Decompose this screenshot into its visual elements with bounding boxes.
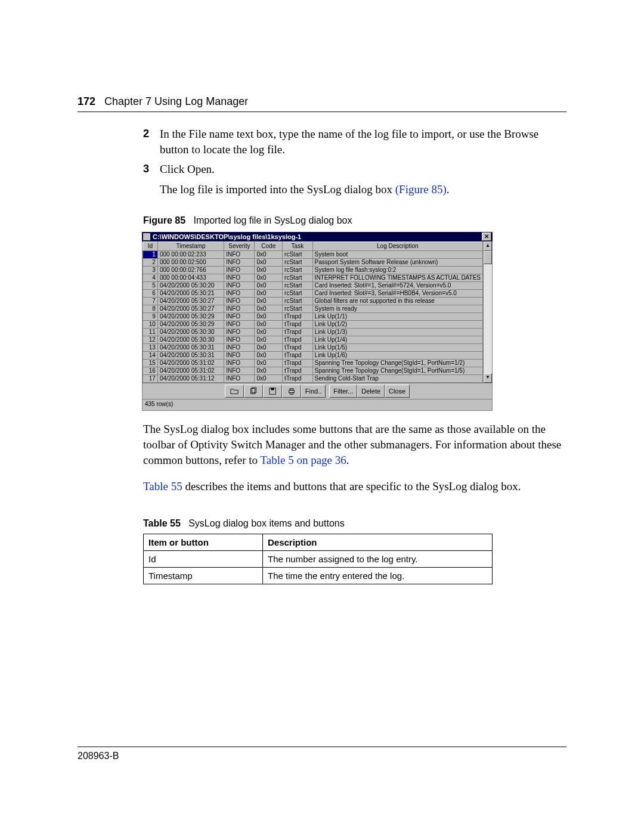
figure-caption-text: Imported log file in SysLog dialog box (193, 215, 352, 225)
svg-rect-4 (289, 390, 294, 392)
cell-description: The number assigned to the log entry. (263, 551, 493, 568)
figure-85-link[interactable]: (Figure 85) (395, 183, 447, 196)
col-code[interactable]: Code (255, 241, 283, 250)
scroll-track[interactable] (484, 251, 492, 373)
table-row[interactable]: 804/20/2000 05:30:27INFO0x0rcStartSystem… (143, 305, 483, 312)
cell-severity: INFO (224, 305, 255, 312)
cell-description: Global filters are not supported in this… (312, 297, 482, 305)
page-footer: 208963-B (78, 747, 566, 761)
cell-severity: INFO (224, 336, 255, 343)
cell-task: tTrapd (283, 374, 313, 382)
cell-severity: INFO (224, 266, 255, 274)
cell-severity: INFO (224, 258, 255, 266)
cell-description: Card Inserted: Slot#=3, Serial#=HB0B4, V… (312, 289, 482, 297)
cell-task: tTrapd (283, 312, 313, 320)
table-5-link[interactable]: Table 5 on page 36 (260, 454, 346, 466)
table-row[interactable]: 1604/20/2000 05:31:02INFO0x0tTrapdSpanni… (143, 367, 483, 374)
table-row[interactable]: 2000 00:00:02:500INFO0x0rcStartPassport … (143, 258, 483, 266)
filter-button[interactable]: Filter... (329, 385, 357, 398)
cell-severity: INFO (224, 320, 255, 328)
cell-task: rcStart (283, 305, 313, 312)
table-55-link[interactable]: Table 55 (143, 480, 182, 493)
cell-task: tTrapd (283, 320, 313, 328)
scroll-up-icon[interactable]: ▲ (484, 241, 492, 251)
table-row[interactable]: 1104/20/2000 05:30:30INFO0x0tTrapdLink U… (143, 328, 483, 336)
para1-pre: The SysLog dialog box includes some butt… (143, 423, 561, 466)
cell-timestamp: 000 00:00:04:433 (157, 274, 224, 281)
cell-item: Id (144, 551, 263, 568)
step-text-2: In the File name text box, type the name… (160, 126, 566, 157)
scroll-down-icon[interactable]: ▼ (484, 373, 492, 383)
save-button[interactable] (263, 385, 282, 398)
scroll-thumb[interactable] (484, 251, 492, 264)
cell-task: tTrapd (283, 359, 313, 367)
cell-code: 0x0 (255, 336, 283, 343)
table-row[interactable]: 1704/20/2000 05:31:12INFO0x0tTrapdSendin… (143, 374, 483, 382)
cell-code: 0x0 (255, 281, 283, 289)
cell-code: 0x0 (255, 351, 283, 359)
cell-timestamp: 04/20/2000 05:30:27 (157, 297, 224, 305)
col-severity[interactable]: Severity (224, 241, 255, 250)
table-row[interactable]: 1000 00:00:02:233INFO0x0rcStartSystem bo… (143, 250, 483, 258)
cell-description: System log file flash:syslog:0:2 (312, 266, 482, 274)
close-icon[interactable]: ✕ (482, 233, 491, 241)
cell-timestamp: 000 00:00:02:766 (157, 266, 224, 274)
cell-id: 11 (143, 328, 158, 336)
print-icon (287, 387, 296, 395)
table-row[interactable]: 1004/20/2000 05:30:29INFO0x0tTrapdLink U… (143, 320, 483, 328)
close-button[interactable]: Close (385, 385, 410, 398)
find-button[interactable]: Find.. (301, 385, 326, 398)
svg-rect-5 (290, 388, 293, 390)
window-titlebar[interactable]: C:\WINDOWS\DESKTOP\syslog files\1ksyslog… (142, 232, 493, 241)
table-row[interactable]: 1404/20/2000 05:30:31INFO0x0tTrapdLink U… (143, 351, 483, 359)
table-row[interactable]: 1304/20/2000 05:30:31INFO0x0tTrapdLink U… (143, 343, 483, 351)
table-row[interactable]: 704/20/2000 05:30:27INFO0x0rcStartGlobal… (143, 297, 483, 305)
cell-id: 2 (143, 258, 158, 266)
print-button[interactable] (282, 385, 301, 398)
table-label: Table 55 (143, 518, 181, 528)
open-folder-button[interactable] (225, 385, 244, 398)
svg-rect-6 (290, 392, 293, 394)
cell-timestamp: 000 00:00:02:233 (157, 250, 224, 258)
cell-item: Timestamp (144, 568, 263, 584)
window-icon (143, 233, 150, 240)
cell-id: 9 (143, 312, 158, 320)
cell-description: Card Inserted: Slot#=1, Serial#=5724, Ve… (312, 281, 482, 289)
table-header-row[interactable]: Id Timestamp Severity Code Task Log Desc… (143, 241, 483, 250)
col-description[interactable]: Log Description (312, 241, 482, 250)
delete-button[interactable]: Delete (357, 385, 385, 398)
table-row[interactable]: 1504/20/2000 05:31:02INFO0x0tTrapdSpanni… (143, 359, 483, 367)
cell-code: 0x0 (255, 359, 283, 367)
table-row[interactable]: 904/20/2000 05:30:29INFO0x0tTrapdLink Up… (143, 312, 483, 320)
log-table[interactable]: Id Timestamp Severity Code Task Log Desc… (143, 241, 483, 383)
table-row[interactable]: 604/20/2000 05:30:21INFO0x0rcStartCard I… (143, 289, 483, 297)
vertical-scrollbar[interactable]: ▲ ▼ (483, 241, 492, 383)
desc-header-item: Item or button (144, 534, 263, 551)
cell-task: tTrapd (283, 343, 313, 351)
table-row[interactable]: 1204/20/2000 05:30:30INFO0x0tTrapdLink U… (143, 336, 483, 343)
col-task[interactable]: Task (283, 241, 313, 250)
col-timestamp[interactable]: Timestamp (157, 241, 224, 250)
cell-timestamp: 04/20/2000 05:31:02 (157, 359, 224, 367)
table-row[interactable]: 4000 00:00:04:433INFO0x0rcStartINTERPRET… (143, 274, 483, 281)
cell-id: 16 (143, 367, 158, 374)
table-row[interactable]: 3000 00:00:02:766INFO0x0rcStartSystem lo… (143, 266, 483, 274)
cell-code: 0x0 (255, 266, 283, 274)
cell-severity: INFO (224, 367, 255, 374)
cell-timestamp: 04/20/2000 05:30:27 (157, 305, 224, 312)
cell-timestamp: 04/20/2000 05:30:29 (157, 312, 224, 320)
save-icon (268, 387, 277, 395)
page-header: 172 Chapter 7 Using Log Manager (78, 95, 566, 112)
col-id[interactable]: Id (143, 241, 158, 250)
table-caption-text: SysLog dialog box items and buttons (188, 518, 345, 528)
para1-post: . (346, 454, 349, 466)
cell-id: 13 (143, 343, 158, 351)
cell-code: 0x0 (255, 312, 283, 320)
cell-severity: INFO (224, 312, 255, 320)
cell-description: System is ready (312, 305, 482, 312)
cell-severity: INFO (224, 359, 255, 367)
cell-description: Link Up(1/1) (312, 312, 482, 320)
cell-severity: INFO (224, 328, 255, 336)
table-row[interactable]: 504/20/2000 05:30:20INFO0x0rcStartCard I… (143, 281, 483, 289)
copy-button[interactable] (244, 385, 263, 398)
